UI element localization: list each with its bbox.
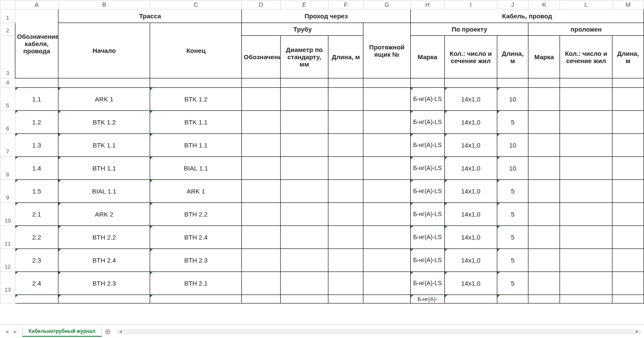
cell[interactable] — [560, 295, 612, 303]
cell-count-section[interactable]: 14х1,0 — [444, 157, 497, 180]
cell-length[interactable]: 10 — [497, 134, 528, 157]
hdr-junction-box[interactable]: Протяжной ящик № — [363, 23, 411, 78]
row-header[interactable]: 12 — [0, 249, 15, 272]
cell[interactable] — [363, 180, 411, 203]
cell[interactable] — [528, 111, 560, 134]
cell[interactable] — [328, 111, 363, 134]
hdr-pipe-designation[interactable]: Обозначение — [242, 36, 280, 78]
cell[interactable] — [280, 157, 328, 180]
cell[interactable] — [612, 78, 644, 88]
cell[interactable] — [280, 78, 328, 88]
cell[interactable] — [363, 203, 411, 226]
cell[interactable] — [363, 249, 411, 272]
cell[interactable] — [280, 249, 328, 272]
cell[interactable] — [612, 249, 644, 272]
cell[interactable] — [528, 78, 560, 88]
cell[interactable] — [612, 226, 644, 249]
cell[interactable] — [612, 203, 644, 226]
cell-end[interactable]: BTH 2.2 — [150, 203, 242, 226]
cell[interactable] — [242, 249, 280, 272]
cell-count-section[interactable]: 14х1,0 — [444, 249, 497, 272]
hdr-end[interactable]: Конец — [150, 23, 242, 78]
cell[interactable] — [560, 78, 612, 88]
row-header[interactable]: 1 — [0, 9, 15, 23]
cell-id[interactable]: 1.4 — [15, 157, 58, 180]
hdr-pipe-length[interactable]: Длина, м — [328, 36, 363, 78]
cell-id[interactable]: 2.4 — [15, 272, 58, 295]
cell[interactable] — [612, 157, 644, 180]
cell-id[interactable]: 1.2 — [15, 111, 58, 134]
cell[interactable] — [242, 134, 280, 157]
cell-count-section[interactable]: 14х1,0 — [444, 88, 497, 111]
col-header[interactable]: K — [528, 0, 560, 9]
cell[interactable] — [528, 180, 560, 203]
row-header[interactable]: 10 — [0, 203, 15, 226]
col-header[interactable]: C — [150, 0, 242, 9]
cell-brand[interactable]: Б-нг(А)-LS — [410, 111, 444, 134]
cell-brand[interactable]: Б-нг(А)-LS — [410, 203, 444, 226]
col-header[interactable]: M — [612, 0, 644, 9]
tab-nav-next-icon[interactable]: ► — [12, 328, 19, 335]
cell-brand[interactable]: Б-нг(А)-LS — [410, 157, 444, 180]
cell-start[interactable]: BTH 2.2 — [58, 226, 150, 249]
sheet-tab-active[interactable]: Кабельнотрубный журнал — [22, 326, 102, 337]
cell[interactable] — [528, 157, 560, 180]
hdr-length-2[interactable]: Длина, м — [612, 36, 644, 78]
cell-end[interactable]: BTK 1.1 — [150, 111, 242, 134]
cell[interactable] — [280, 111, 328, 134]
cell[interactable] — [410, 78, 444, 88]
row-header[interactable]: 4 — [0, 78, 15, 88]
hdr-brand-2[interactable]: Марка — [528, 36, 560, 78]
cell[interactable] — [242, 226, 280, 249]
cell[interactable] — [612, 111, 644, 134]
cell[interactable] — [560, 134, 612, 157]
cell-start[interactable]: BTH 2.3 — [58, 272, 150, 295]
cell[interactable] — [528, 295, 560, 303]
cell-start[interactable]: BTH 2.4 — [58, 249, 150, 272]
cell[interactable] — [560, 203, 612, 226]
horizontal-scrollbar[interactable]: ◄ ► — [117, 328, 641, 335]
cell[interactable]: Б-нг(А)- — [410, 295, 444, 303]
cell-length[interactable]: 5 — [497, 272, 528, 295]
col-header[interactable]: B — [58, 0, 150, 9]
cell[interactable] — [58, 295, 150, 303]
cell-start[interactable]: BTK 1.2 — [58, 111, 150, 134]
cell[interactable] — [528, 272, 560, 295]
cell[interactable] — [242, 272, 280, 295]
cell-start[interactable]: ARK 1 — [58, 88, 150, 111]
cell[interactable] — [328, 226, 363, 249]
cell-count-section[interactable]: 14х1,0 — [444, 134, 497, 157]
cell[interactable] — [15, 295, 58, 303]
cell[interactable] — [280, 134, 328, 157]
cell-start[interactable]: BTH 1.1 — [58, 157, 150, 180]
cell[interactable] — [560, 180, 612, 203]
col-header[interactable]: D — [242, 0, 280, 9]
cell[interactable] — [328, 88, 363, 111]
grid-area[interactable]: A B C D E F G H I J K L M 1 Обозначение … — [0, 0, 644, 324]
cell-start[interactable]: ARK 2 — [58, 203, 150, 226]
cell[interactable] — [280, 88, 328, 111]
cell[interactable] — [363, 134, 411, 157]
hdr-length-1[interactable]: Длина, м — [497, 36, 528, 78]
cell[interactable] — [363, 226, 411, 249]
cell[interactable] — [444, 295, 497, 303]
cell[interactable] — [242, 203, 280, 226]
row-header[interactable] — [0, 295, 15, 303]
cell[interactable] — [328, 78, 363, 88]
scroll-right-icon[interactable]: ► — [635, 329, 640, 334]
tab-nav-prev-icon[interactable]: ◄ — [3, 328, 10, 335]
col-header[interactable]: J — [497, 0, 528, 9]
hdr-count-section-2[interactable]: Кол.: число и сечение жил — [560, 36, 612, 78]
cell[interactable] — [328, 157, 363, 180]
cell-brand[interactable]: Б-нг(А)-LS — [410, 134, 444, 157]
cell[interactable] — [58, 78, 150, 88]
row-header[interactable]: 2 — [0, 23, 15, 36]
cell[interactable] — [280, 180, 328, 203]
cell-id[interactable]: 1.5 — [15, 180, 58, 203]
cell-brand[interactable]: Б-нг(А)-LS — [410, 226, 444, 249]
cell-length[interactable]: 5 — [497, 249, 528, 272]
cell-end[interactable]: BTK 1.2 — [150, 88, 242, 111]
cell[interactable] — [612, 134, 644, 157]
hdr-designation[interactable]: Обозначение кабеля, провода — [15, 9, 58, 78]
hdr-laid[interactable]: проложен — [528, 23, 644, 36]
